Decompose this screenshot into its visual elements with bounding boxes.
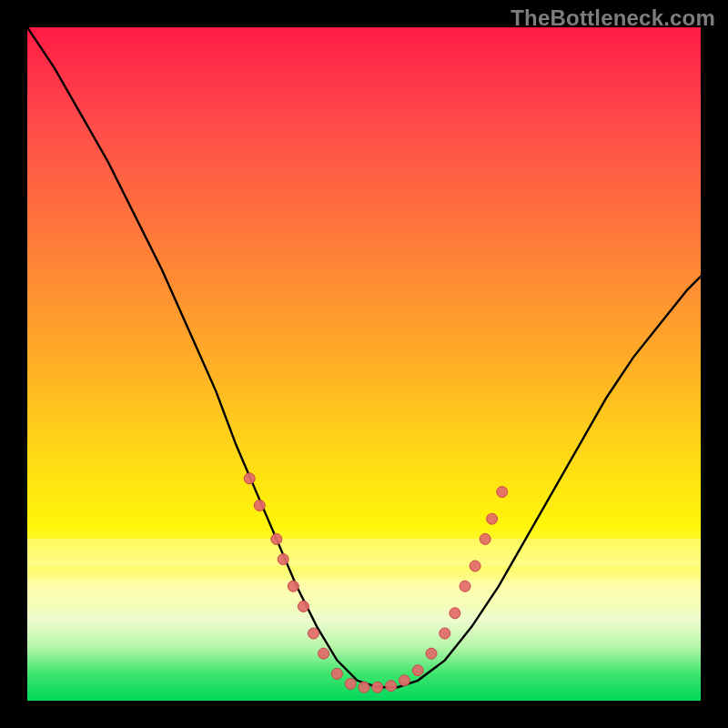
curve-marker (460, 581, 470, 592)
curve-markers (244, 473, 508, 693)
curve-marker (318, 648, 329, 659)
curve-marker (331, 668, 342, 679)
chart-svg (27, 27, 701, 701)
curve-marker (480, 533, 490, 544)
curve-marker (440, 628, 450, 639)
curve-marker (372, 682, 383, 693)
curve-marker (412, 665, 423, 676)
curve-marker (278, 554, 288, 565)
curve-marker (271, 533, 282, 544)
curve-marker (426, 648, 437, 659)
curve-marker (308, 628, 319, 639)
curve-marker (254, 500, 265, 511)
curve-marker (487, 513, 498, 524)
curve-marker (288, 581, 298, 592)
curve-marker (298, 601, 308, 612)
curve-marker (450, 608, 460, 619)
bottleneck-curve (27, 27, 701, 687)
chart-frame: TheBottleneck.com (0, 0, 728, 728)
curve-marker (345, 679, 356, 690)
curve-marker (497, 487, 508, 498)
curve-marker (359, 682, 369, 693)
plot-area (27, 27, 701, 701)
curve-marker (470, 561, 480, 571)
curve-marker (386, 681, 397, 692)
curve-marker (244, 473, 255, 484)
curve-marker (399, 675, 410, 686)
